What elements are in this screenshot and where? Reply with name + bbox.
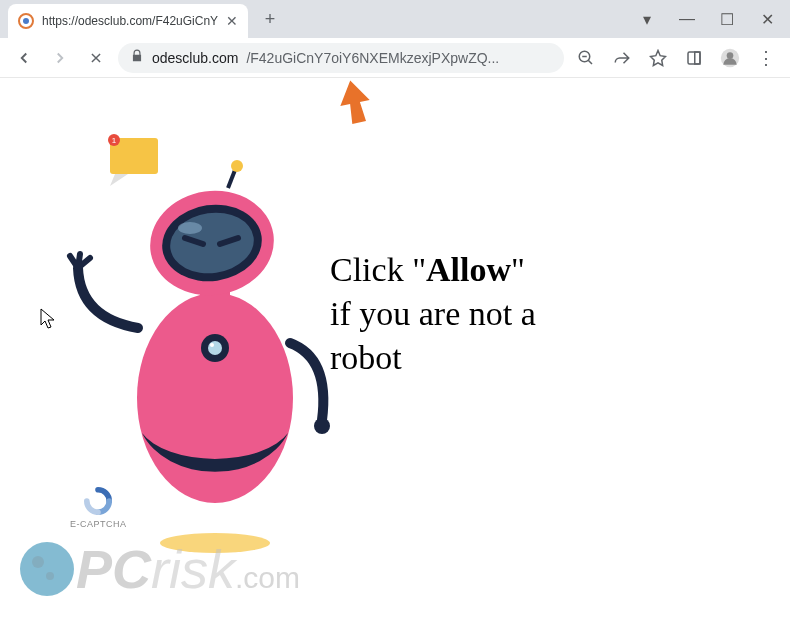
svg-point-12 bbox=[210, 343, 214, 347]
captcha-logo-icon bbox=[84, 487, 112, 515]
msg-part-1a: Click " bbox=[330, 251, 426, 288]
zoom-icon[interactable] bbox=[572, 44, 600, 72]
minimize-icon[interactable]: — bbox=[678, 10, 696, 28]
bookmark-star-icon[interactable] bbox=[644, 44, 672, 72]
close-window-icon[interactable]: ✕ bbox=[758, 10, 776, 28]
share-icon[interactable] bbox=[608, 44, 636, 72]
svg-rect-2 bbox=[695, 52, 700, 64]
url-path: /F42uGiCnY7oiY6NXEMkzexjPXpwZQ... bbox=[246, 50, 552, 66]
msg-part-1b: " bbox=[511, 251, 525, 288]
forward-button[interactable] bbox=[46, 44, 74, 72]
watermark-bubble-icon bbox=[20, 542, 74, 596]
url-domain: odesclub.com bbox=[152, 50, 238, 66]
wm-risk: risk bbox=[151, 539, 235, 599]
menu-icon[interactable]: ⋮ bbox=[752, 44, 780, 72]
mouse-cursor-icon bbox=[40, 308, 56, 330]
svg-point-11 bbox=[208, 341, 222, 355]
close-tab-icon[interactable]: ✕ bbox=[226, 13, 238, 29]
tab-title: https://odesclub.com/F42uGiCnY bbox=[42, 14, 218, 28]
dropdown-icon[interactable]: ▾ bbox=[638, 10, 656, 28]
active-tab[interactable]: https://odesclub.com/F42uGiCnY ✕ bbox=[8, 4, 248, 38]
wm-pc: PC bbox=[76, 539, 151, 599]
favicon bbox=[18, 13, 34, 29]
svg-point-19 bbox=[231, 160, 243, 172]
stop-reload-button[interactable] bbox=[82, 44, 110, 72]
msg-allow: Allow bbox=[426, 251, 511, 288]
maximize-icon[interactable]: ☐ bbox=[718, 10, 736, 28]
profile-icon[interactable] bbox=[716, 44, 744, 72]
tab-strip: https://odesclub.com/F42uGiCnY ✕ + ▾ — ☐… bbox=[0, 0, 790, 38]
new-tab-button[interactable]: + bbox=[256, 5, 284, 33]
msg-part-3: robot bbox=[330, 339, 402, 376]
svg-text:1: 1 bbox=[112, 136, 117, 145]
svg-line-18 bbox=[228, 170, 235, 188]
page-content: 1 Click "Allow" if you are bbox=[0, 78, 790, 609]
extensions-icon[interactable] bbox=[680, 44, 708, 72]
svg-point-20 bbox=[314, 418, 330, 434]
captcha-label: E-CAPTCHA bbox=[70, 519, 127, 529]
msg-part-2: if you are not a bbox=[330, 295, 536, 332]
lock-icon bbox=[130, 49, 144, 66]
address-bar[interactable]: odesclub.com/F42uGiCnY7oiY6NXEMkzexjPXpw… bbox=[118, 43, 564, 73]
arrow-pointer-icon bbox=[330, 78, 380, 128]
captcha-instruction: Click "Allow" if you are not a robot bbox=[330, 248, 680, 381]
svg-point-17 bbox=[178, 222, 202, 234]
browser-toolbar: odesclub.com/F42uGiCnY7oiY6NXEMkzexjPXpw… bbox=[0, 38, 790, 78]
back-button[interactable] bbox=[10, 44, 38, 72]
svg-point-4 bbox=[727, 52, 734, 59]
wm-com: .com bbox=[235, 561, 300, 594]
watermark: PCrisk.com bbox=[0, 529, 790, 609]
captcha-badge: E-CAPTCHA bbox=[70, 487, 127, 529]
